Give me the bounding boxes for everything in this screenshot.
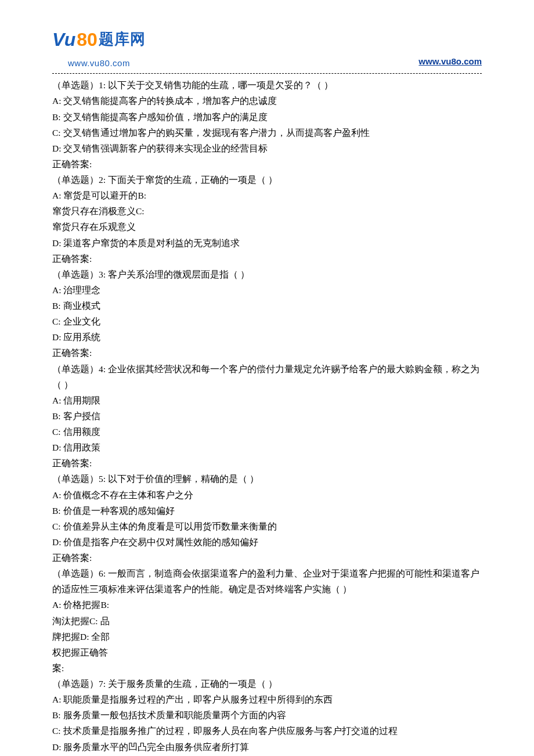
question-option: C: 技术质量是指服务推广的过程，即服务人员在向客户供应服务与客户打交道的过程	[52, 723, 482, 739]
question-option: C: 交叉销售通过增加客户的购买量，发掘现有客户潜力，从而提高客户盈利性	[52, 125, 482, 141]
question-option: C: 价值差异从主体的角度看是可以用货币数量来衡量的	[52, 519, 482, 534]
question-option: C: 信用额度	[52, 424, 482, 440]
question-option: 淘汰把握C: 品	[52, 613, 482, 629]
question-option: C: 企业文化	[52, 314, 482, 329]
question-option: B: 客户授信	[52, 408, 482, 424]
question-prompt: （单选题）4: 企业依据其经营状况和每一个客户的偿付力量规定允许赐予给客户的最大…	[52, 361, 482, 393]
question-option: D: 渠道客户窜货的本质是对利益的无克制追求	[52, 235, 482, 251]
question-option: A: 价格把握B:	[52, 597, 482, 613]
question-option: B: 价值是一种客观的感知偏好	[52, 503, 482, 519]
logo-graphic: Vu 80 题库网	[52, 23, 146, 56]
question-prompt: （单选题）2: 下面关于窜货的生疏，正确的一项是（ ）	[52, 172, 482, 188]
question-option: D: 应用系统	[52, 329, 482, 345]
question-prompt: （单选题）6: 一般而言，制造商会依据渠道客户的盈利力量、企业对于渠道客户把握的…	[52, 566, 482, 597]
document-content: （单选题）1: 以下关于交叉销售功能的生疏，哪一项是欠妥的？（ ） A: 交叉销…	[52, 77, 482, 754]
question-option: A: 治理理念	[52, 282, 482, 298]
question-option: B: 交叉销售能提高客户感知价值，增加客户的满足度	[52, 109, 482, 125]
question-option: A: 交叉销售能提高客户的转换成本，增加客户的忠诚度	[52, 93, 482, 109]
logo-80-text: 80	[77, 23, 98, 56]
logo-vu-text: Vu	[52, 23, 75, 56]
question-option: D: 交叉销售强调新客户的获得来实现企业的经营目标	[52, 141, 482, 156]
question-option: D: 信用政策	[52, 440, 482, 455]
site-logo: Vu 80 题库网 www.vu80.com	[52, 23, 146, 71]
question-option: D: 价值是指客户在交易中仅对属性效能的感知偏好	[52, 534, 482, 550]
question-option: D: 服务质量水平的凹凸完全由服务供应者所打算	[52, 739, 482, 755]
question-option: 权把握正确答	[52, 645, 482, 660]
answer-label: 正确答案:	[52, 156, 482, 172]
question-option: A: 窜货是可以避开的B:	[52, 188, 482, 203]
question-option: B: 服务质量一般包括技术质量和职能质量两个方面的内容	[52, 707, 482, 723]
answer-label: 正确答案:	[52, 455, 482, 471]
question-prompt: （单选题）1: 以下关于交叉销售功能的生疏，哪一项是欠妥的？（ ）	[52, 77, 482, 93]
question-option: 窜货只存在乐观意义	[52, 219, 482, 235]
question-prompt: （单选题）5: 以下对于价值的理解，精确的是（ ）	[52, 471, 482, 487]
question-option: 案:	[52, 660, 482, 676]
question-option: A: 职能质量是指服务过程的产出，即客户从服务过程中所得到的东西	[52, 692, 482, 707]
question-prompt: （单选题）7: 关于服务质量的生疏，正确的一项是（ ）	[52, 676, 482, 692]
answer-label: 正确答案:	[52, 550, 482, 566]
logo-url-text: www.vu80.com	[68, 56, 130, 71]
question-option: A: 信用期限	[52, 393, 482, 408]
header-site-link[interactable]: www.vu8o.com	[418, 54, 482, 69]
answer-label: 正确答案:	[52, 251, 482, 267]
question-option: 牌把握D: 全部	[52, 629, 482, 645]
question-prompt: （单选题）3: 客户关系治理的微观层面是指（ ）	[52, 267, 482, 282]
question-option: A: 价值概念不存在主体和客户之分	[52, 487, 482, 503]
question-option: B: 商业模式	[52, 298, 482, 314]
question-option: 窜货只存在消极意义C:	[52, 203, 482, 219]
header-divider	[52, 73, 482, 74]
page-header: Vu 80 题库网 www.vu80.com www.vu8o.com	[52, 23, 482, 71]
logo-brand-text: 题库网	[99, 26, 146, 53]
answer-label: 正确答案:	[52, 345, 482, 361]
